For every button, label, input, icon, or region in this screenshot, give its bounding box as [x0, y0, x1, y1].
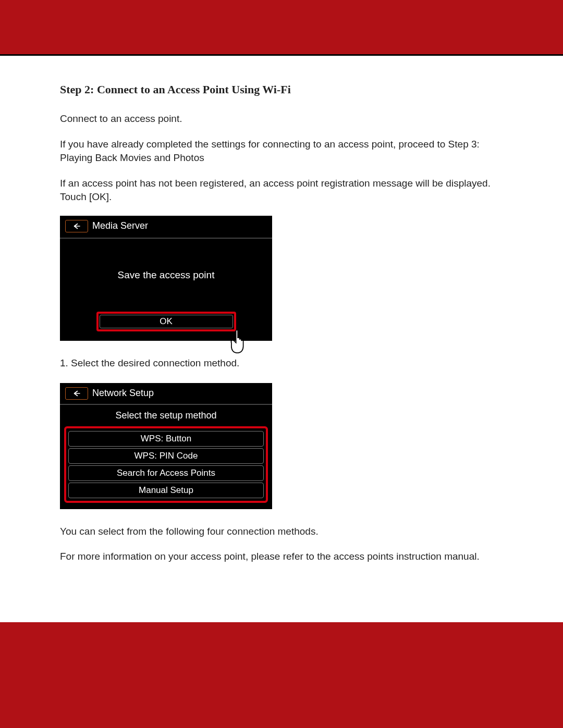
paragraph-6: For more information on your access poin…: [60, 550, 503, 564]
paragraph-3: If an access point has not been register…: [60, 177, 503, 204]
screenshot-network-setup: Network Setup Select the setup method WP…: [60, 383, 272, 509]
ok-highlight-frame: OK: [96, 312, 236, 331]
option-wps-button[interactable]: WPS: Button: [68, 431, 264, 447]
screen2-subtitle: Select the setup method: [60, 405, 272, 426]
touch-hand-icon: [224, 327, 253, 356]
screen1-header: Media Server: [60, 216, 272, 238]
options-highlight-frame: WPS: Button WPS: PIN Code Search for Acc…: [64, 426, 268, 503]
back-arrow-icon: [72, 390, 81, 397]
option-wps-pin[interactable]: WPS: PIN Code: [68, 448, 264, 464]
step-title: Step 2: Connect to an Access Point Using…: [60, 83, 503, 96]
option-search-ap[interactable]: Search for Access Points: [68, 465, 264, 481]
screenshot-media-server: Media Server Save the access point OK: [60, 216, 272, 341]
option-manual-setup[interactable]: Manual Setup: [68, 483, 264, 498]
screen2-title: Network Setup: [92, 388, 154, 399]
top-band: [0, 0, 563, 54]
screen1-title: Media Server: [92, 220, 148, 231]
bottom-band: [0, 622, 563, 728]
paragraph-1: Connect to an access point.: [60, 112, 503, 126]
screen2-header: Network Setup: [60, 383, 272, 404]
screen1-body: Save the access point: [60, 239, 272, 312]
ok-button-area: OK: [60, 312, 272, 331]
paragraph-5: You can select from the following four c…: [60, 525, 503, 539]
back-arrow-icon: [72, 223, 81, 230]
back-button[interactable]: [65, 220, 88, 232]
paragraph-2: If you have already completed the settin…: [60, 138, 503, 165]
page-content: Step 2: Connect to an Access Point Using…: [0, 56, 563, 622]
back-button-2[interactable]: [65, 387, 88, 400]
screen1-message: Save the access point: [118, 269, 215, 281]
ok-button[interactable]: OK: [100, 315, 233, 328]
paragraph-4: 1. Select the desired connection method.: [60, 356, 503, 371]
